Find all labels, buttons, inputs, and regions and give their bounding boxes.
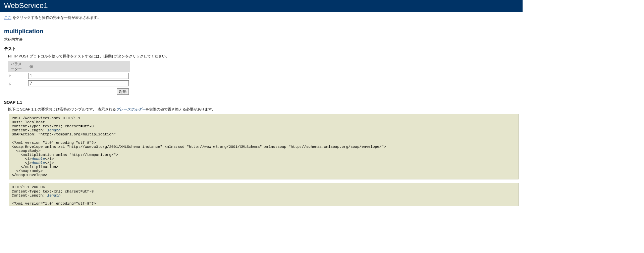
- header-bar: WebService1: [0, 0, 523, 12]
- test-heading: テスト: [4, 46, 519, 52]
- col-parameter: パラメーター: [8, 61, 27, 72]
- param-input-j[interactable]: [28, 80, 129, 86]
- operation-description: 求积的方法: [4, 37, 519, 42]
- soap11-response-block: HTTP/1.1 200 OK Content-Type: text/xml; …: [9, 183, 519, 206]
- soap11-heading: SOAP 1.1: [4, 100, 519, 105]
- operation-list-link[interactable]: ここ: [4, 15, 11, 19]
- main-content: ここ をクリックすると操作の完全な一覧が表示されます。 multiplicati…: [0, 15, 523, 206]
- col-value: 値: [27, 61, 130, 72]
- test-instructions: HTTP POST プロトコルを使って操作をテストするには、[起動] ボタンをク…: [8, 54, 519, 59]
- service-title: WebService1: [4, 1, 48, 10]
- intro-after: をクリックすると操作の完全な一覧が表示されます。: [11, 15, 101, 19]
- table-row: j:: [8, 80, 130, 87]
- param-label-i: i:: [8, 72, 27, 80]
- invoke-button[interactable]: 起動: [117, 88, 129, 95]
- page-scroll-container[interactable]: WebService1 ここ をクリックすると操作の完全な一覧が表示されます。 …: [0, 0, 523, 206]
- operation-name: multiplication: [4, 28, 519, 35]
- soap11-note: 以下は SOAP 1.1 の要求および応答のサンプルです。 表示されるプレースホ…: [8, 107, 519, 112]
- separator: [4, 25, 519, 25]
- intro-line: ここ をクリックすると操作の完全な一覧が表示されます。: [4, 15, 519, 20]
- parameter-table: パラメーター 値 i: j: 起動: [8, 61, 130, 96]
- soap11-request-block: POST /WebService1.asmx HTTP/1.1 Host: lo…: [9, 114, 519, 179]
- param-input-i[interactable]: [28, 73, 129, 79]
- param-label-j: j:: [8, 80, 27, 87]
- placeholder-word: プレースホルダー: [116, 107, 146, 111]
- table-row: i:: [8, 72, 130, 80]
